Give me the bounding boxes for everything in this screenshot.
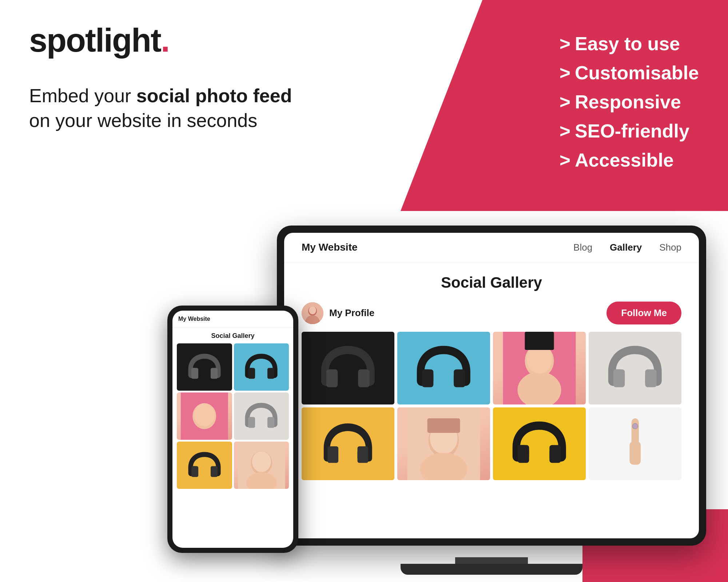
headphone-white [589,332,681,404]
svg-rect-5 [326,370,338,387]
phone-person-skin [234,442,289,489]
svg-rect-7 [422,370,434,387]
person-pink [493,332,586,404]
svg-rect-29 [191,368,198,379]
laptop-content: Social Gallery My [284,262,699,538]
phone-photo-4[interactable] [234,392,289,440]
svg-point-42 [252,451,271,472]
svg-point-35 [194,404,215,426]
headphone-blue [397,332,490,404]
logo: spotlight. [29,22,169,59]
feature-item-1: Easy to use [560,33,699,55]
tagline-prefix: Embed your [29,85,136,106]
phone-photo-5[interactable] [177,442,232,489]
phone-headphone-yellow [177,442,232,489]
laptop-photo-grid [302,332,681,480]
feature-item-2: Customisable [560,62,699,84]
phone-nav-brand: My Website [178,316,210,322]
logo-dot: . [161,22,169,59]
svg-rect-30 [211,368,218,379]
phone-content: Social Gallery [172,328,293,548]
phone-photo-6[interactable] [234,442,289,489]
tagline: Embed your social photo feed on your web… [29,84,292,133]
phone-headphone-gray [234,392,289,440]
svg-rect-37 [267,417,274,428]
svg-rect-36 [248,417,255,428]
headphone-yellow [302,407,394,480]
headphone-yellow-2 [493,407,586,480]
laptop-nav-brand: My Website [302,242,358,253]
photo-cell-4[interactable] [589,332,681,404]
laptop-mockup: My Website Blog Gallery Shop Social Gall… [277,226,706,575]
svg-rect-26 [629,442,641,465]
svg-point-3 [309,306,316,314]
feature-item-5: Accessible [560,149,699,171]
svg-rect-39 [211,466,218,477]
feature-item-3: Responsive [560,91,699,113]
nav-link-blog[interactable]: Blog [573,242,592,253]
profile-bar: My Profile Follow Me [302,302,681,324]
svg-rect-17 [358,446,369,463]
phone-person-pink [177,392,232,440]
laptop-screen: My Website Blog Gallery Shop Social Gall… [284,233,699,538]
phone-photo-3[interactable] [177,392,232,440]
svg-rect-15 [645,370,657,387]
laptop-frame: My Website Blog Gallery Shop Social Gall… [277,226,706,546]
nav-link-shop[interactable]: Shop [659,242,681,253]
tagline-highlight: social photo feed [136,85,292,106]
hand-item [589,407,681,480]
profile-info: My Profile [302,302,374,324]
feature-item-4: SEO-friendly [560,120,699,142]
svg-rect-6 [358,370,370,387]
tagline-suffix: on your website in seconds [29,110,257,131]
svg-rect-31 [248,368,255,379]
laptop-gallery-title: Social Gallery [302,274,681,291]
phone-navbar: My Website [172,311,293,328]
svg-rect-32 [267,368,274,379]
nav-link-gallery[interactable]: Gallery [610,242,642,253]
svg-point-28 [632,423,638,429]
phone-screen: My Website Social Gallery [172,311,293,548]
phone-gallery-title: Social Gallery [177,332,289,340]
svg-rect-22 [427,418,460,433]
photo-cell-1[interactable] [302,332,394,404]
photo-cell-8[interactable] [589,407,681,480]
logo-area: spotlight. [29,22,169,59]
phone-frame: My Website Social Gallery [167,306,298,553]
follow-me-button[interactable]: Follow Me [606,302,681,324]
laptop-stand [455,557,528,565]
svg-rect-23 [518,445,529,463]
phone-photo-1[interactable] [177,343,232,391]
phone-photo-2[interactable] [234,343,289,391]
photo-cell-6[interactable] [397,407,490,480]
profile-name: My Profile [329,307,374,319]
svg-rect-38 [191,466,198,477]
svg-rect-16 [328,446,339,463]
svg-rect-13 [525,332,554,350]
laptop-base [401,564,582,575]
laptop-nav-links: Blog Gallery Shop [573,242,681,253]
photo-cell-5[interactable] [302,407,394,480]
phone-photo-grid [177,343,289,489]
features-list: Easy to use Customisable Responsive SEO-… [560,33,699,178]
phone-mockup: My Website Social Gallery [167,306,298,553]
laptop-navbar: My Website Blog Gallery Shop [284,233,699,262]
logo-text: spotlight [29,22,161,59]
profile-avatar [302,302,323,324]
person-skin [397,407,490,480]
phone-headphone-blue [234,343,289,391]
phone-headphone-dark [177,343,232,391]
svg-rect-24 [550,445,561,463]
headphone-dark [302,332,394,404]
photo-cell-2[interactable] [397,332,490,404]
svg-rect-14 [613,370,625,387]
svg-rect-8 [454,370,466,387]
photo-cell-7[interactable] [493,407,586,480]
photo-cell-3[interactable] [493,332,586,404]
